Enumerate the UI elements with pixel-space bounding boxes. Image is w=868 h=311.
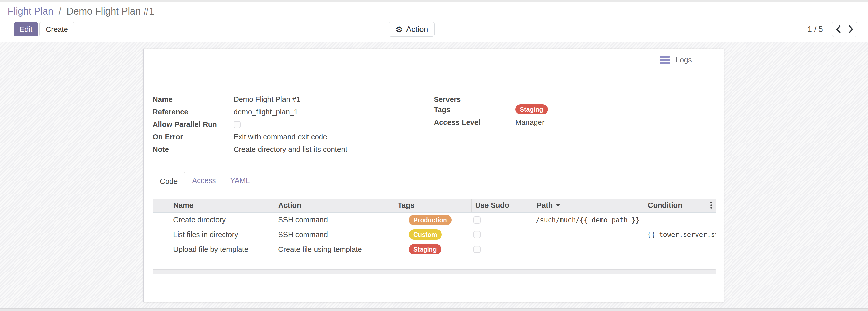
tag-custom: Custom bbox=[409, 229, 442, 239]
table-row[interactable]: Create directory SSH command Production … bbox=[153, 213, 716, 227]
chevron-right-icon bbox=[848, 25, 854, 34]
breadcrumb-current: Demo Flight Plan #1 bbox=[66, 6, 154, 17]
optional-columns-icon[interactable] bbox=[710, 204, 712, 206]
field-value-reference: demo_flight_plan_1 bbox=[228, 107, 298, 116]
field-group-divider bbox=[509, 94, 510, 141]
cell-path bbox=[533, 227, 644, 242]
field-label-servers: Servers bbox=[434, 94, 509, 104]
use-sudo-checkbox[interactable] bbox=[473, 246, 480, 253]
tag-staging: Staging bbox=[409, 244, 441, 254]
command-lines-table: Name Action Tags Use Sudo Path Condition bbox=[153, 199, 716, 257]
notebook-tabs: Code Access YAML bbox=[153, 172, 725, 191]
column-header-path[interactable]: Path bbox=[533, 199, 644, 213]
breadcrumb-parent-link[interactable]: Flight Plan bbox=[8, 6, 54, 17]
cell-condition: {{ tower.server.st bbox=[644, 227, 716, 242]
control-panel: Flight Plan / Demo Flight Plan #1 Edit C… bbox=[0, 2, 868, 42]
bottom-divider bbox=[0, 308, 868, 311]
action-button[interactable]: ⚙ Action bbox=[389, 22, 435, 37]
control-buttons-row: Edit Create ⚙ Action 1 / 5 bbox=[8, 18, 868, 41]
field-label-note: Note bbox=[153, 144, 228, 154]
field-value-on-error: Exit with command exit code bbox=[228, 132, 327, 141]
table-header-row: Name Action Tags Use Sudo Path Condition bbox=[153, 199, 716, 213]
column-header-condition[interactable]: Condition bbox=[644, 199, 716, 213]
form-sheet: Logs Name Demo Flight Plan #1 Reference … bbox=[144, 49, 724, 302]
pager: 1 / 5 bbox=[808, 22, 857, 37]
pager-count: 1 / 5 bbox=[808, 25, 823, 34]
table-row[interactable]: Upload file by template Create file usin… bbox=[153, 242, 716, 257]
row-handle-cell bbox=[153, 227, 169, 242]
field-value-servers bbox=[509, 94, 515, 95]
cell-use-sudo bbox=[471, 213, 533, 227]
cell-condition bbox=[644, 213, 716, 227]
cell-action: SSH command bbox=[275, 213, 394, 227]
field-label-tags: Tags bbox=[434, 104, 509, 114]
cell-action: SSH command bbox=[275, 227, 394, 242]
tag-production: Production bbox=[409, 215, 452, 225]
logs-button[interactable]: Logs bbox=[650, 49, 723, 71]
pager-next-button[interactable] bbox=[844, 22, 857, 37]
column-handle bbox=[153, 199, 169, 213]
cell-action: Create file using template bbox=[275, 242, 394, 257]
tab-code[interactable]: Code bbox=[153, 172, 185, 191]
logs-button-label: Logs bbox=[676, 56, 692, 64]
tab-access[interactable]: Access bbox=[185, 171, 223, 190]
field-label-reference: Reference bbox=[153, 107, 228, 116]
tab-yaml[interactable]: YAML bbox=[223, 171, 257, 190]
cell-use-sudo bbox=[471, 227, 533, 242]
cell-tags: Custom bbox=[394, 227, 471, 242]
sort-caret-down-icon bbox=[556, 204, 560, 207]
allow-parallel-run-checkbox[interactable] bbox=[234, 121, 241, 128]
tag-staging: Staging bbox=[515, 104, 548, 114]
cell-use-sudo bbox=[471, 242, 533, 257]
cell-name: Upload file by template bbox=[169, 242, 275, 257]
cell-path: /such/much/{{ demo_path }} bbox=[533, 213, 644, 227]
row-handle-cell bbox=[153, 242, 169, 257]
field-label-name: Name bbox=[153, 94, 228, 104]
form-button-box: Logs bbox=[144, 49, 723, 71]
breadcrumb: Flight Plan / Demo Flight Plan #1 bbox=[8, 2, 868, 18]
chevron-left-icon bbox=[836, 25, 841, 34]
column-header-use-sudo[interactable]: Use Sudo bbox=[471, 199, 533, 213]
action-button-label: Action bbox=[406, 25, 428, 34]
cell-condition bbox=[644, 242, 716, 257]
table-row[interactable]: List files in directory SSH command Cust… bbox=[153, 227, 716, 242]
cell-name: Create directory bbox=[169, 213, 275, 227]
edit-button[interactable]: Edit bbox=[14, 22, 38, 36]
pager-prev-button[interactable] bbox=[832, 22, 844, 37]
cell-path bbox=[533, 242, 644, 257]
pager-buttons bbox=[832, 22, 857, 37]
field-value-name: Demo Flight Plan #1 bbox=[228, 94, 301, 104]
menu-bars-icon bbox=[660, 56, 670, 64]
use-sudo-checkbox[interactable] bbox=[473, 231, 480, 238]
field-label-on-error: On Error bbox=[153, 132, 228, 141]
field-group-left: Name Demo Flight Plan #1 Reference demo_… bbox=[153, 94, 434, 157]
breadcrumb-separator: / bbox=[56, 6, 64, 17]
cell-name: List files in directory bbox=[169, 227, 275, 242]
field-value-access-level: Manager bbox=[509, 117, 544, 127]
gear-icon: ⚙ bbox=[395, 25, 403, 34]
row-handle-cell bbox=[153, 213, 169, 227]
field-label-allow-parallel-run: Allow Parallel Run bbox=[153, 119, 228, 129]
field-label-access-level: Access Level bbox=[434, 117, 509, 127]
column-header-action[interactable]: Action bbox=[275, 199, 394, 213]
horizontal-scrollbar[interactable] bbox=[153, 270, 716, 274]
main-content-area: Logs Name Demo Flight Plan #1 Reference … bbox=[0, 42, 868, 311]
cell-tags: Staging bbox=[394, 242, 471, 257]
use-sudo-checkbox[interactable] bbox=[473, 217, 480, 224]
create-button[interactable]: Create bbox=[39, 22, 74, 36]
column-header-name[interactable]: Name bbox=[169, 199, 275, 213]
column-header-tags[interactable]: Tags bbox=[394, 199, 471, 213]
cell-tags: Production bbox=[394, 213, 471, 227]
field-value-note: Create directory and list its content bbox=[228, 144, 347, 154]
field-group-right: Servers Tags Staging Access Level Manage… bbox=[434, 94, 716, 129]
